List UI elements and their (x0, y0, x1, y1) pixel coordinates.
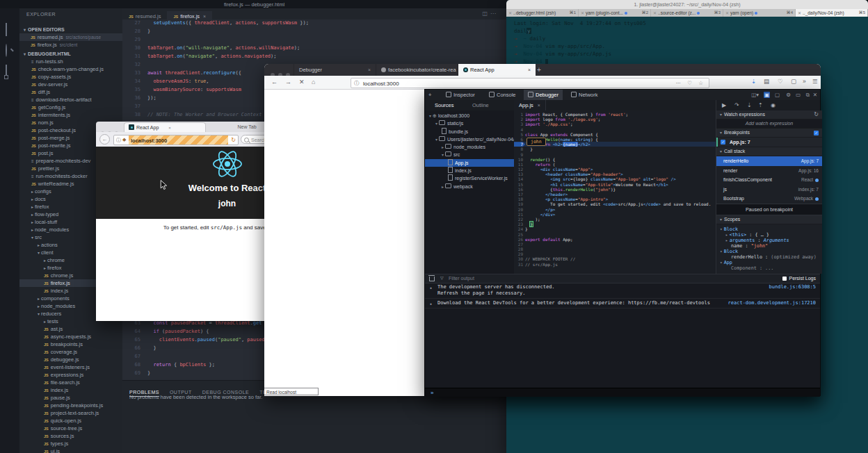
code-line[interactable]: 31tabTarget.on("navigate", actions.navig… (122, 52, 508, 60)
pocket-icon[interactable]: ♡ (687, 80, 692, 86)
devtools-tab-inspector[interactable]: Inspector (442, 90, 479, 100)
home-icon[interactable]: ⌂ (312, 76, 315, 89)
search-icon[interactable] (6, 44, 7, 57)
editor-tab-actions[interactable]: ◫⋯ (482, 8, 499, 19)
browser-tab[interactable]: facebookincubator/create-rea× (376, 64, 458, 76)
forward-icon[interactable]: → (285, 76, 291, 89)
url-bar[interactable]: ⓘ localhost:3000 ⋯ ♡ ☆ (351, 78, 709, 88)
code-line[interactable]: 16 {this.renderHello("john")} (514, 187, 716, 192)
editor-titlebar[interactable]: firefox.js — debugger.html (0, 0, 508, 8)
open-editors-header[interactable]: ▾OPEN EDITORS (19, 26, 122, 33)
scope-row[interactable]: Component : ... (716, 265, 822, 271)
open-editor-item[interactable]: JSfirefox.jssrc/client (19, 41, 122, 49)
code-line[interactable]: 15 <h1 className="App-title">Welcome to … (514, 182, 716, 187)
back-button[interactable]: ← (99, 134, 110, 145)
persist-logs-toggle[interactable]: Persist Logs (782, 276, 816, 281)
url-text[interactable]: localhost:3000 (363, 81, 399, 87)
code-line[interactable]: 11 return ( (514, 162, 716, 167)
step-in-icon[interactable]: ⇣ (747, 102, 752, 108)
code-line[interactable]: 10 render() { (514, 157, 716, 162)
scope-row[interactable]: ▾App (716, 260, 822, 265)
developer-toolbar[interactable]: » (425, 388, 820, 397)
code-line[interactable]: 27 setupEvents({ threadClient, actions, … (122, 19, 508, 27)
code-line[interactable]: 26export default App; (514, 237, 716, 242)
tree-item[interactable]: JSpending-breakpoints.js (19, 402, 122, 409)
tree-item[interactable]: JSdiff.js (19, 88, 122, 96)
terminal-tab[interactable]: ✕..debugger.html (zsh)⌘1 (506, 9, 579, 17)
menu-icon[interactable]: ☰ (812, 78, 818, 85)
settings-gear-icon[interactable]: ⚙ (786, 92, 791, 98)
tree-item[interactable]: JSdebuggee.js (19, 356, 122, 363)
tree-item[interactable]: JSast.js (19, 325, 122, 333)
code-line[interactable]: 28} (122, 27, 508, 35)
tab-outline[interactable]: Outline (472, 100, 489, 110)
code-line[interactable]: 28 (514, 247, 716, 252)
call-stack-frame[interactable]: renderHelloApp.js: 7 (716, 156, 822, 166)
code-line[interactable]: 20 </p> (514, 207, 716, 212)
tree-item[interactable]: JSdev-server.js (19, 81, 122, 88)
pause-on-exceptions-icon[interactable]: ◉ (771, 102, 775, 108)
dock-bottom-icon[interactable]: ▣ (764, 92, 770, 98)
account-icon[interactable]: ♡ (778, 78, 783, 85)
tree-item[interactable]: JSproject-text-search.js (19, 409, 122, 417)
tree-item[interactable]: JSexpressions.js (19, 371, 122, 379)
watch-expressions-header[interactable]: ▾Watch expressions↻ (716, 110, 822, 120)
library-icon[interactable]: ▤ (764, 78, 769, 85)
code-line[interactable]: 12 <div className="App"> (514, 167, 716, 172)
tree-item[interactable]: JScheck-warn-yarn-changed.js (19, 65, 122, 73)
terminal-tab[interactable]: ✕yarn (plugin-cont...⌘2 (579, 9, 651, 17)
breakpoint-checkbox[interactable]: ✓ (721, 140, 725, 145)
code-line[interactable]: 1import React, { Component } from 'react… (514, 112, 716, 117)
tree-item[interactable]: JSasync-requests.js (19, 333, 122, 340)
tree-item[interactable]: JSfile-search.js (19, 379, 122, 386)
close-tab-icon[interactable]: × (368, 64, 371, 76)
tree-item[interactable]: JStypes.js (19, 440, 122, 447)
code-line[interactable]: 25 (514, 232, 716, 237)
code-line[interactable]: 3import './App.css'; (514, 122, 716, 126)
code-line[interactable]: 18 <p className="App-intro"> (514, 197, 716, 201)
code-line[interactable]: 22 ); (514, 217, 716, 222)
breakpoints-header[interactable]: ▾Breakpoints✓ (716, 129, 822, 138)
code-line[interactable]: 4 (514, 127, 716, 132)
overflow-icon[interactable]: » (803, 78, 806, 85)
scope-row[interactable]: ▾Block (716, 226, 822, 232)
tree-item[interactable]: JSpause.js (19, 394, 122, 402)
tree-item[interactable]: JSevent-listeners.js (19, 363, 122, 371)
pick-element-icon[interactable]: ⌖ (428, 92, 432, 99)
source-tree-item[interactable]: bundle.js (425, 128, 514, 135)
devtools-tab-debugger[interactable]: Debugger (524, 90, 563, 100)
source-tree-item[interactable]: ▸webpack (425, 183, 514, 190)
tree-item[interactable]: JScopy-assets.js (19, 73, 122, 81)
dock-menu-icon[interactable]: ◫▾ (751, 92, 759, 98)
source-tree-item[interactable]: ▸node_modules (425, 143, 514, 151)
source-link[interactable]: react-dom.development.js:17210 (728, 300, 816, 306)
separate-window-icon[interactable]: ⧉ (806, 92, 810, 99)
tree-item[interactable]: ≡download-firefox-artifact (19, 96, 122, 104)
code-line[interactable]: 17 </header> (514, 192, 716, 197)
split-console-icon[interactable]: ▭ (796, 92, 801, 98)
toggle-all-breakpoints-checkbox[interactable]: ✓ (814, 131, 819, 135)
call-stack-frame[interactable]: jsindex.js: 7 (716, 185, 822, 195)
code-line[interactable]: 24} (514, 226, 716, 231)
tree-item[interactable]: JScoverage.js (19, 348, 122, 356)
new-tab-button[interactable]: + (537, 64, 541, 76)
reload-icon[interactable]: ↻ (231, 137, 236, 143)
scope-row[interactable]: name : "john" (716, 243, 822, 249)
devtools-source-editor[interactable]: 1import React, { Component } from 'react… (514, 110, 716, 274)
code-line[interactable]: 29 (514, 252, 716, 256)
close-tab-icon[interactable]: × (168, 126, 171, 130)
close-tab-icon[interactable]: × (538, 103, 540, 108)
add-watch-input[interactable]: Add watch expression (716, 120, 822, 129)
terminal-tab[interactable]: ✕.._daily/Nov-04 (zsh)⌘5 (796, 9, 868, 17)
clear-console-icon[interactable] (429, 277, 435, 281)
source-tree-item[interactable]: ▾src (425, 151, 514, 158)
tree-item[interactable]: JSsources.js (19, 432, 122, 440)
code-line[interactable]: 5class App extends Component { (514, 132, 716, 137)
back-icon[interactable]: ← (271, 76, 278, 89)
source-tree-item[interactable]: registerServiceWorker.js (425, 174, 514, 182)
scopes-header[interactable]: ▾Scopes (716, 215, 822, 224)
step-out-icon[interactable]: ⇡ (758, 102, 763, 108)
code-line[interactable]: 14 <img src={logo} className="App-logo" … (514, 176, 716, 181)
code-line[interactable]: 30// WEBPACK FOOTER // (514, 256, 716, 261)
source-control-icon[interactable] (6, 65, 7, 78)
